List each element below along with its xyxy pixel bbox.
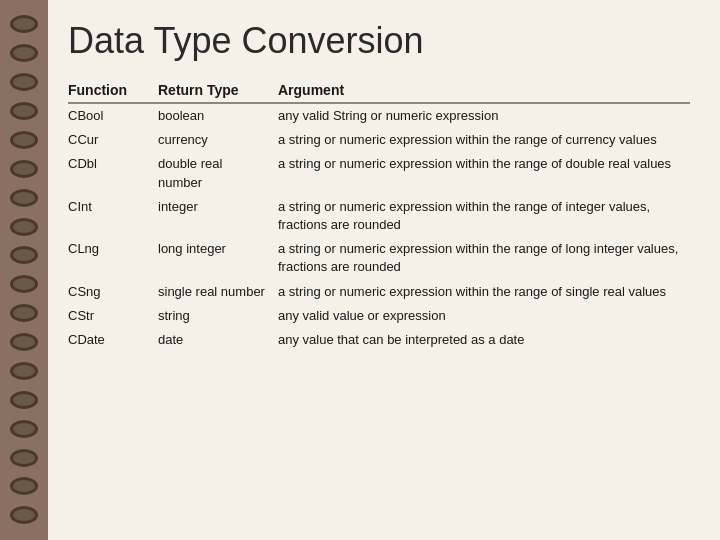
spiral-ring — [10, 333, 38, 351]
cell-return-type: long integer — [158, 237, 278, 279]
main-content: Data Type Conversion Function Return Typ… — [48, 0, 720, 540]
cell-function: CSng — [68, 280, 158, 304]
spiral-ring — [10, 391, 38, 409]
spiral-ring — [10, 44, 38, 62]
cell-argument: a string or numeric expression within th… — [278, 128, 690, 152]
cell-argument: any valid String or numeric expression — [278, 103, 690, 128]
spiral-ring — [10, 275, 38, 293]
page-title: Data Type Conversion — [68, 20, 690, 62]
header-function: Function — [68, 78, 158, 103]
spiral-ring — [10, 15, 38, 33]
spiral-ring — [10, 218, 38, 236]
table-row: CLnglong integera string or numeric expr… — [68, 237, 690, 279]
spiral-ring — [10, 189, 38, 207]
cell-function: CInt — [68, 195, 158, 237]
spiral-ring — [10, 362, 38, 380]
cell-return-type: double real number — [158, 152, 278, 194]
cell-function: CCur — [68, 128, 158, 152]
header-return-type: Return Type — [158, 78, 278, 103]
table-row: CStrstringany valid value or expression — [68, 304, 690, 328]
cell-return-type: date — [158, 328, 278, 352]
cell-function: CBool — [68, 103, 158, 128]
table-row: CCurcurrencya string or numeric expressi… — [68, 128, 690, 152]
spiral-ring — [10, 102, 38, 120]
cell-return-type: single real number — [158, 280, 278, 304]
spiral-binding — [0, 0, 48, 540]
cell-function: CLng — [68, 237, 158, 279]
cell-return-type: boolean — [158, 103, 278, 128]
cell-argument: any value that can be interpreted as a d… — [278, 328, 690, 352]
cell-argument: a string or numeric expression within th… — [278, 237, 690, 279]
spiral-ring — [10, 73, 38, 91]
table-row: CDatedateany value that can be interpret… — [68, 328, 690, 352]
spiral-ring — [10, 477, 38, 495]
spiral-ring — [10, 304, 38, 322]
cell-function: CDbl — [68, 152, 158, 194]
cell-return-type: integer — [158, 195, 278, 237]
spiral-ring — [10, 449, 38, 467]
table-row: CSngsingle real numbera string or numeri… — [68, 280, 690, 304]
cell-argument: a string or numeric expression within th… — [278, 280, 690, 304]
cell-return-type: currency — [158, 128, 278, 152]
table-header-row: Function Return Type Argument — [68, 78, 690, 103]
spiral-ring — [10, 160, 38, 178]
cell-function: CStr — [68, 304, 158, 328]
header-argument: Argument — [278, 78, 690, 103]
table-row: CDbldouble real numbera string or numeri… — [68, 152, 690, 194]
cell-argument: a string or numeric expression within th… — [278, 195, 690, 237]
data-table: Function Return Type Argument CBoolboole… — [68, 78, 690, 352]
table-row: CIntintegera string or numeric expressio… — [68, 195, 690, 237]
spiral-ring — [10, 506, 38, 524]
cell-function: CDate — [68, 328, 158, 352]
table-row: CBoolbooleanany valid String or numeric … — [68, 103, 690, 128]
spiral-ring — [10, 420, 38, 438]
cell-argument: a string or numeric expression within th… — [278, 152, 690, 194]
spiral-ring — [10, 131, 38, 149]
spiral-ring — [10, 246, 38, 264]
cell-return-type: string — [158, 304, 278, 328]
cell-argument: any valid value or expression — [278, 304, 690, 328]
